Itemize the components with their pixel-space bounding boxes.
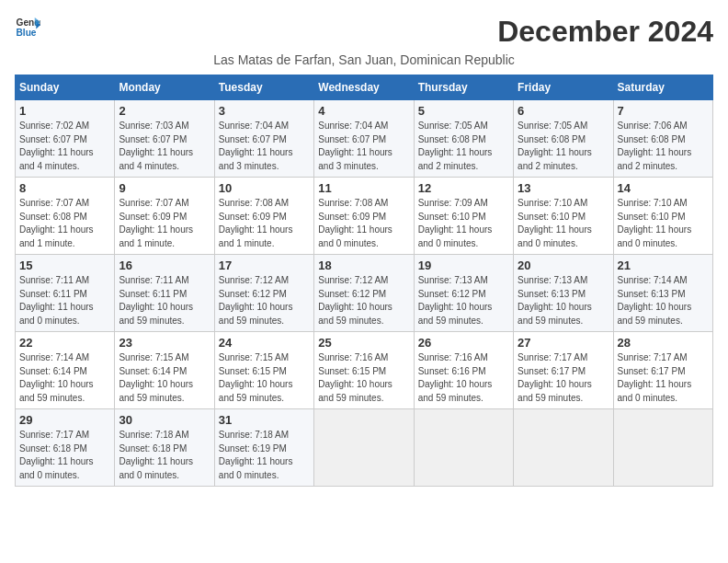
day-number: 8 <box>19 181 110 195</box>
day-number: 4 <box>318 104 409 118</box>
col-saturday: Saturday <box>613 75 712 100</box>
table-row: 6Sunrise: 7:05 AMSunset: 6:08 PMDaylight… <box>514 100 613 178</box>
day-info: Sunrise: 7:14 AMSunset: 6:13 PMDaylight:… <box>618 274 709 327</box>
col-sunday: Sunday <box>16 75 115 100</box>
day-info: Sunrise: 7:05 AMSunset: 6:08 PMDaylight:… <box>418 120 509 173</box>
day-info: Sunrise: 7:03 AMSunset: 6:07 PMDaylight:… <box>119 120 210 173</box>
day-number: 25 <box>318 336 409 350</box>
col-thursday: Thursday <box>414 75 513 100</box>
day-info: Sunrise: 7:16 AMSunset: 6:15 PMDaylight:… <box>318 351 409 405</box>
table-row <box>414 409 513 487</box>
day-info: Sunrise: 7:10 AMSunset: 6:10 PMDaylight:… <box>518 197 609 250</box>
table-row: 23Sunrise: 7:15 AMSunset: 6:14 PMDayligh… <box>115 332 214 409</box>
table-row: 24Sunrise: 7:15 AMSunset: 6:15 PMDayligh… <box>214 332 313 409</box>
day-info: Sunrise: 7:12 AMSunset: 6:12 PMDaylight:… <box>318 274 409 327</box>
day-number: 22 <box>19 336 110 350</box>
day-number: 10 <box>219 181 310 195</box>
day-number: 6 <box>518 104 609 118</box>
table-row: 18Sunrise: 7:12 AMSunset: 6:12 PMDayligh… <box>314 255 414 332</box>
page-header: General Blue December 2024 <box>15 15 713 49</box>
calendar-week-row: 1Sunrise: 7:02 AMSunset: 6:07 PMDaylight… <box>16 100 713 178</box>
day-info: Sunrise: 7:13 AMSunset: 6:12 PMDaylight:… <box>418 274 509 327</box>
table-row <box>613 409 712 487</box>
day-number: 29 <box>19 413 110 427</box>
day-number: 7 <box>618 104 709 118</box>
table-row: 3Sunrise: 7:04 AMSunset: 6:07 PMDaylight… <box>214 100 313 178</box>
day-number: 15 <box>19 259 110 272</box>
table-row: 14Sunrise: 7:10 AMSunset: 6:10 PMDayligh… <box>613 178 712 255</box>
table-row: 16Sunrise: 7:11 AMSunset: 6:11 PMDayligh… <box>115 255 214 332</box>
calendar-week-row: 8Sunrise: 7:07 AMSunset: 6:08 PMDaylight… <box>16 178 713 255</box>
table-row: 17Sunrise: 7:12 AMSunset: 6:12 PMDayligh… <box>214 255 313 332</box>
day-info: Sunrise: 7:15 AMSunset: 6:14 PMDaylight:… <box>119 351 210 405</box>
day-info: Sunrise: 7:14 AMSunset: 6:14 PMDaylight:… <box>19 351 110 405</box>
col-wednesday: Wednesday <box>314 75 414 100</box>
table-row <box>514 409 613 487</box>
day-info: Sunrise: 7:18 AMSunset: 6:18 PMDaylight:… <box>119 429 210 482</box>
table-row: 19Sunrise: 7:13 AMSunset: 6:12 PMDayligh… <box>414 255 513 332</box>
day-number: 19 <box>418 259 509 272</box>
day-number: 18 <box>318 259 409 272</box>
col-friday: Friday <box>514 75 613 100</box>
day-info: Sunrise: 7:08 AMSunset: 6:09 PMDaylight:… <box>219 197 310 250</box>
day-number: 1 <box>19 104 110 118</box>
day-info: Sunrise: 7:06 AMSunset: 6:08 PMDaylight:… <box>618 120 709 173</box>
day-number: 12 <box>418 181 509 195</box>
table-row: 27Sunrise: 7:17 AMSunset: 6:17 PMDayligh… <box>514 332 613 409</box>
day-info: Sunrise: 7:08 AMSunset: 6:09 PMDaylight:… <box>318 197 409 250</box>
table-row: 7Sunrise: 7:06 AMSunset: 6:08 PMDaylight… <box>613 100 712 178</box>
day-info: Sunrise: 7:17 AMSunset: 6:18 PMDaylight:… <box>19 429 110 482</box>
calendar-table: Sunday Monday Tuesday Wednesday Thursday… <box>15 75 713 487</box>
day-number: 9 <box>119 181 210 195</box>
day-number: 14 <box>618 181 709 195</box>
day-info: Sunrise: 7:02 AMSunset: 6:07 PMDaylight:… <box>19 120 110 173</box>
day-info: Sunrise: 7:16 AMSunset: 6:16 PMDaylight:… <box>418 351 509 405</box>
day-info: Sunrise: 7:18 AMSunset: 6:19 PMDaylight:… <box>219 429 310 482</box>
day-info: Sunrise: 7:12 AMSunset: 6:12 PMDaylight:… <box>219 274 310 327</box>
table-row: 25Sunrise: 7:16 AMSunset: 6:15 PMDayligh… <box>314 332 414 409</box>
table-row: 30Sunrise: 7:18 AMSunset: 6:18 PMDayligh… <box>115 409 214 487</box>
table-row: 5Sunrise: 7:05 AMSunset: 6:08 PMDaylight… <box>414 100 513 178</box>
day-number: 11 <box>318 181 409 195</box>
month-title: December 2024 <box>497 15 713 49</box>
day-number: 31 <box>219 413 310 427</box>
day-number: 26 <box>418 336 509 350</box>
table-row: 9Sunrise: 7:07 AMSunset: 6:09 PMDaylight… <box>115 178 214 255</box>
day-number: 24 <box>219 336 310 350</box>
day-number: 27 <box>518 336 609 350</box>
svg-text:Blue: Blue <box>17 28 37 38</box>
logo: General Blue <box>15 15 40 40</box>
day-number: 13 <box>518 181 609 195</box>
calendar-week-row: 29Sunrise: 7:17 AMSunset: 6:18 PMDayligh… <box>16 409 713 487</box>
table-row: 21Sunrise: 7:14 AMSunset: 6:13 PMDayligh… <box>613 255 712 332</box>
day-number: 23 <box>119 336 210 350</box>
table-row: 11Sunrise: 7:08 AMSunset: 6:09 PMDayligh… <box>314 178 414 255</box>
day-info: Sunrise: 7:15 AMSunset: 6:15 PMDaylight:… <box>219 351 310 405</box>
table-row: 10Sunrise: 7:08 AMSunset: 6:09 PMDayligh… <box>214 178 313 255</box>
table-row: 8Sunrise: 7:07 AMSunset: 6:08 PMDaylight… <box>16 178 115 255</box>
day-info: Sunrise: 7:04 AMSunset: 6:07 PMDaylight:… <box>318 120 409 173</box>
table-row: 4Sunrise: 7:04 AMSunset: 6:07 PMDaylight… <box>314 100 414 178</box>
day-info: Sunrise: 7:07 AMSunset: 6:09 PMDaylight:… <box>119 197 210 250</box>
col-tuesday: Tuesday <box>214 75 313 100</box>
title-block: December 2024 <box>497 15 713 49</box>
table-row: 13Sunrise: 7:10 AMSunset: 6:10 PMDayligh… <box>514 178 613 255</box>
calendar-subtitle: Las Matas de Farfan, San Juan, Dominican… <box>15 52 713 67</box>
calendar-week-row: 15Sunrise: 7:11 AMSunset: 6:11 PMDayligh… <box>16 255 713 332</box>
table-row: 28Sunrise: 7:17 AMSunset: 6:17 PMDayligh… <box>613 332 712 409</box>
table-row <box>314 409 414 487</box>
table-row: 29Sunrise: 7:17 AMSunset: 6:18 PMDayligh… <box>16 409 115 487</box>
table-row: 15Sunrise: 7:11 AMSunset: 6:11 PMDayligh… <box>16 255 115 332</box>
calendar-header-row: Sunday Monday Tuesday Wednesday Thursday… <box>16 75 713 100</box>
day-info: Sunrise: 7:17 AMSunset: 6:17 PMDaylight:… <box>518 351 609 405</box>
table-row: 1Sunrise: 7:02 AMSunset: 6:07 PMDaylight… <box>16 100 115 178</box>
day-number: 20 <box>518 259 609 272</box>
day-info: Sunrise: 7:05 AMSunset: 6:08 PMDaylight:… <box>518 120 609 173</box>
day-info: Sunrise: 7:13 AMSunset: 6:13 PMDaylight:… <box>518 274 609 327</box>
table-row: 31Sunrise: 7:18 AMSunset: 6:19 PMDayligh… <box>214 409 313 487</box>
col-monday: Monday <box>115 75 214 100</box>
day-info: Sunrise: 7:11 AMSunset: 6:11 PMDaylight:… <box>19 274 110 327</box>
day-info: Sunrise: 7:09 AMSunset: 6:10 PMDaylight:… <box>418 197 509 250</box>
table-row: 22Sunrise: 7:14 AMSunset: 6:14 PMDayligh… <box>16 332 115 409</box>
day-number: 21 <box>618 259 709 272</box>
